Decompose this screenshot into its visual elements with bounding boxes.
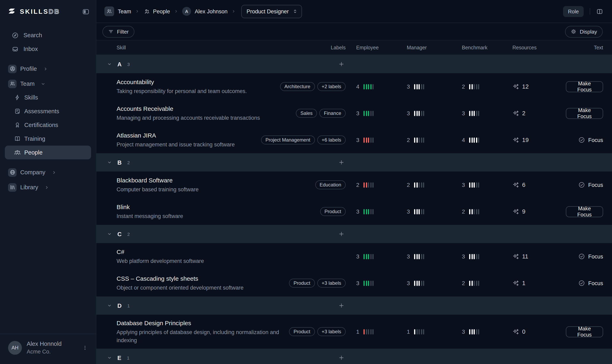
make-focus-button[interactable]: Make Focus (566, 81, 603, 92)
make-focus-button[interactable]: Make Focus (566, 326, 603, 337)
role-badge[interactable]: Role (563, 6, 584, 17)
focus-badge[interactable]: Focus (578, 253, 603, 260)
sparkles-icon (512, 182, 519, 188)
add-skill-button[interactable] (338, 153, 344, 171)
group-collapse-icon[interactable] (107, 232, 112, 236)
label-pill[interactable]: Education (315, 180, 346, 189)
rating-bar (471, 329, 473, 334)
rating-bar (478, 254, 479, 259)
filter-button[interactable]: Filter (102, 26, 134, 38)
manager-rating: 2 (407, 182, 424, 188)
sidebar-item-people[interactable]: People (5, 146, 91, 159)
label-pill[interactable]: Product (289, 327, 315, 336)
focus-badge[interactable]: Focus (578, 182, 603, 188)
group-collapse-icon[interactable] (107, 303, 112, 308)
focus-badge[interactable]: Focus (578, 280, 603, 286)
breadcrumb-item-person[interactable]: Alex Johnson (195, 8, 228, 14)
sidebar-item-certifications[interactable]: Certifications (5, 118, 91, 132)
label-list: Project Management+6 labels (255, 135, 346, 144)
table-row[interactable]: Accountability Taking responsibility for… (96, 73, 612, 100)
team-icon (8, 79, 17, 88)
table-row[interactable]: Database Design Principles Applying prin… (96, 315, 612, 349)
rating-bar (368, 182, 369, 187)
rating-bars (364, 111, 374, 116)
benchmark-rating: 4 (462, 137, 479, 143)
add-skill-button[interactable] (338, 297, 344, 315)
group-collapse-icon[interactable] (107, 160, 112, 165)
rating-bar (370, 329, 371, 334)
sparkles-icon (512, 208, 519, 215)
kebab-menu-icon[interactable] (82, 345, 90, 351)
rating-bars (364, 254, 374, 259)
display-button[interactable]: Display (565, 26, 603, 38)
make-focus-button[interactable]: Make Focus (566, 108, 603, 119)
rating-bars (469, 329, 479, 334)
rating-bar (416, 137, 418, 143)
sidebar-item-label: Inbox (24, 46, 38, 52)
label-pill[interactable]: +3 labels (317, 327, 346, 336)
add-skill-button[interactable] (338, 349, 344, 364)
label-pill[interactable]: Product (320, 207, 346, 216)
rating-bar (423, 281, 424, 286)
rating-bar (370, 254, 371, 259)
resources-cell: 19 (512, 136, 529, 143)
sparkles-icon (512, 253, 519, 260)
sidebar-item-search[interactable]: Search (5, 28, 91, 42)
label-pill[interactable]: Finance (320, 109, 346, 118)
rating-value: 3 (462, 328, 465, 335)
breadcrumb-item-team[interactable]: Team (118, 8, 131, 14)
rating-bars (414, 111, 424, 116)
label-pill[interactable]: Sales (296, 109, 317, 118)
rating-bar (368, 329, 369, 334)
role-select[interactable]: Product Designer (241, 5, 302, 18)
rating-bar (469, 111, 470, 116)
label-pill[interactable]: Product (289, 279, 315, 287)
rating-bars (364, 329, 374, 334)
sidebar-user[interactable]: AH Alex Honnold Acme Co. (0, 334, 96, 364)
app-window: SKILLSDB Search Inbox (0, 0, 612, 364)
sidebar-item-training[interactable]: Training (5, 132, 91, 146)
sidebar-item-profile[interactable]: Profile (5, 62, 91, 76)
rating-bars (469, 137, 479, 143)
side-panel-icon[interactable] (596, 8, 603, 15)
rating-value: 3 (462, 182, 465, 188)
rating-value: 1 (407, 328, 410, 335)
table-row[interactable]: C# Web platform development software 3 3… (96, 243, 612, 270)
group-collapse-icon[interactable] (107, 62, 112, 66)
rating-bar (421, 182, 422, 187)
table-row[interactable]: Blink Instant messaging software Product… (96, 198, 612, 225)
sidebar-item-assessments[interactable]: Assessments (5, 104, 91, 118)
add-skill-button[interactable] (338, 225, 344, 243)
training-icon (14, 135, 21, 142)
breadcrumb-item-people[interactable]: People (153, 8, 170, 14)
sidebar-item-label: Search (24, 32, 42, 39)
group-collapse-icon[interactable] (107, 355, 112, 360)
add-skill-button[interactable] (338, 55, 344, 73)
skill-name: C# (117, 247, 204, 256)
label-pill[interactable]: Project Management (261, 135, 315, 144)
table-row[interactable]: Blackboard Software Computer based train… (96, 171, 612, 198)
focus-badge[interactable]: Focus (578, 137, 603, 143)
label-pill[interactable]: +2 labels (317, 82, 346, 91)
sidebar-item-library[interactable]: Library (5, 180, 91, 194)
resources-count: 12 (522, 83, 529, 90)
label-pill[interactable]: Architecture (280, 82, 315, 91)
sidebar-item-inbox[interactable]: Inbox (5, 42, 91, 56)
table-row[interactable]: Accounts Receivable Managing and process… (96, 100, 612, 127)
make-focus-button[interactable]: Make Focus (566, 206, 603, 217)
benchmark-rating: 2 (462, 208, 479, 215)
table-row[interactable]: CSS – Cascading style sheets Object or c… (96, 270, 612, 297)
rating-bars (364, 182, 374, 187)
rating-bar (366, 84, 367, 89)
rating-bar (364, 281, 365, 286)
rating-bar (421, 137, 422, 143)
skill-name: Database Design Principles (117, 319, 284, 327)
sidebar-item-skills[interactable]: Skills (5, 91, 91, 104)
sidebar-item-company[interactable]: Company (5, 165, 91, 179)
table-row[interactable]: Atlassian JIRA Project management and is… (96, 127, 612, 153)
rating-bar (476, 329, 477, 334)
label-pill[interactable]: +3 labels (317, 279, 346, 287)
sidebar-item-team[interactable]: Team (5, 77, 91, 91)
sidebar-collapse-icon[interactable] (82, 8, 89, 15)
label-pill[interactable]: +6 labels (317, 135, 346, 144)
